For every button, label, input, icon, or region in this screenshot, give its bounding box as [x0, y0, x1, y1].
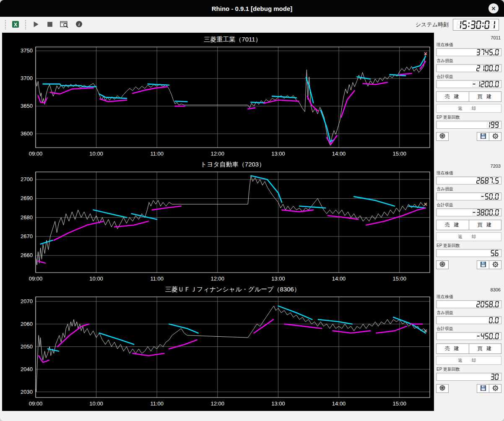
svg-text:14:00: 14:00 — [332, 275, 346, 282]
svg-text:2700: 2700 — [21, 176, 33, 182]
sell-open-button[interactable]: 売 建 — [436, 343, 469, 354]
excel-icon: X — [12, 21, 19, 29]
svg-text:15:00: 15:00 — [392, 400, 406, 407]
svg-text:12:00: 12:00 — [211, 400, 225, 407]
svg-text:2040: 2040 — [21, 366, 33, 372]
total-profit-value — [472, 81, 499, 87]
svg-text:2660: 2660 — [21, 252, 33, 258]
svg-text:2680: 2680 — [21, 214, 33, 221]
svg-text:3750: 3750 — [21, 47, 33, 54]
current-price-label: 現在株価 — [436, 170, 501, 176]
svg-text:12:00: 12:00 — [211, 275, 225, 282]
svg-text:3700: 3700 — [21, 75, 33, 81]
window-search-icon — [60, 21, 69, 29]
info-button[interactable]: i — [75, 20, 83, 30]
save-button[interactable] — [477, 132, 489, 141]
return-position-button[interactable]: 返 却 — [436, 356, 501, 365]
chart-title: 三菱ＵＦＪフィナンシャル・グループ（8306） — [2, 283, 434, 294]
current-price-label: 現在株価 — [436, 42, 501, 48]
svg-text:3600: 3600 — [21, 130, 33, 137]
stock-code: 7011 — [436, 35, 501, 40]
return-position-button[interactable]: 返 却 — [436, 232, 501, 241]
unrealized-pl-label: 含み損益 — [436, 310, 501, 316]
svg-text:10:00: 10:00 — [89, 275, 103, 282]
unrealized-pl-value — [476, 65, 499, 71]
wheel-icon — [439, 133, 446, 140]
buy-open-button[interactable]: 買 建 — [469, 91, 502, 102]
panel-tool-row — [436, 132, 501, 141]
stock-panel-7203: 7203 現在株価 含み損益 合計収益 売 建 買 建 返 却 EP 更新回数 — [436, 164, 501, 269]
svg-text:10:00: 10:00 — [89, 151, 103, 157]
unrealized-pl-value — [480, 193, 499, 200]
svg-text:13:00: 13:00 — [271, 275, 285, 282]
system-clock-display — [453, 19, 499, 31]
play-button[interactable] — [31, 20, 40, 30]
total-profit-display — [436, 332, 501, 340]
total-profit-display — [436, 80, 501, 88]
app-window: Rhino - 0.9.1 [debug mode] ✕ X i システム時刻 — [0, 0, 504, 421]
save-button[interactable] — [477, 260, 489, 269]
ep-update-count-label: EP 更新回数 — [436, 243, 501, 249]
current-price-display — [436, 48, 501, 56]
price-chart-8306: 2070206020502040203009:0010:0011:0012:00… — [2, 294, 434, 408]
svg-text:12:00: 12:00 — [211, 151, 225, 157]
total-profit-value — [476, 333, 499, 339]
settings-button[interactable] — [489, 260, 501, 269]
buy-open-button[interactable]: 買 建 — [469, 220, 502, 230]
ep-update-count-value — [486, 122, 499, 128]
svg-text:14:00: 14:00 — [332, 151, 346, 157]
titlebar[interactable]: Rhino - 0.9.1 [debug mode] ✕ — [0, 0, 504, 17]
wheel-button[interactable] — [436, 260, 449, 269]
svg-text:09:00: 09:00 — [29, 275, 43, 282]
floppy-icon — [480, 385, 486, 392]
ep-update-count-display — [436, 373, 501, 381]
close-icon: ✕ — [491, 5, 496, 12]
total-profit-label: 合計収益 — [436, 74, 501, 80]
toolbar: X i システム時刻 — [0, 17, 504, 33]
sell-open-button[interactable]: 売 建 — [436, 91, 469, 102]
svg-text:14:00: 14:00 — [332, 400, 346, 407]
ep-update-count-value — [490, 374, 499, 380]
close-button[interactable]: ✕ — [488, 3, 499, 13]
toolbar-grip-handle[interactable] — [5, 20, 6, 29]
return-position-button[interactable]: 返 却 — [436, 104, 501, 113]
stock-code: 7203 — [436, 164, 501, 169]
svg-text:2050: 2050 — [21, 343, 33, 350]
wheel-button[interactable] — [436, 132, 449, 141]
svg-text:×: × — [424, 50, 427, 57]
chart-block-8306: 三菱ＵＦＪフィナンシャル・グループ（8306） 2070206020502040… — [2, 283, 434, 408]
svg-text:×: × — [424, 201, 427, 208]
stop-button[interactable] — [45, 20, 54, 30]
settings-button[interactable] — [489, 132, 501, 141]
toolbar-grip-handle[interactable] — [25, 20, 26, 29]
sell-open-button[interactable]: 売 建 — [436, 220, 469, 230]
gear-icon — [492, 385, 499, 392]
bottom-strip — [0, 411, 504, 421]
ep-update-count-display — [436, 121, 501, 129]
unrealized-pl-label: 含み損益 — [436, 186, 501, 192]
floppy-icon — [480, 261, 486, 269]
total-profit-label: 合計収益 — [436, 326, 501, 332]
gear-icon — [492, 261, 499, 269]
unrealized-pl-display — [436, 316, 501, 324]
total-profit-display — [436, 208, 501, 216]
buy-open-button[interactable]: 買 建 — [469, 343, 502, 354]
save-button[interactable] — [477, 384, 489, 393]
current-price-value — [476, 49, 499, 55]
unrealized-pl-display — [436, 64, 501, 72]
ep-update-count-display — [436, 249, 501, 257]
svg-text:X: X — [14, 21, 17, 27]
window-search-button[interactable] — [59, 20, 70, 30]
current-price-display — [436, 177, 501, 185]
current-price-value — [476, 301, 499, 307]
window-title: Rhino - 0.9.1 [debug mode] — [212, 5, 293, 12]
wheel-icon — [439, 385, 446, 392]
trade-buttons: 売 建 買 建 — [436, 91, 501, 102]
excel-export-button[interactable]: X — [11, 20, 20, 30]
total-profit-label: 合計収益 — [436, 202, 501, 208]
current-price-display — [436, 300, 501, 308]
wheel-button[interactable] — [436, 384, 449, 393]
settings-button[interactable] — [489, 384, 501, 393]
system-clock-value — [456, 21, 496, 29]
svg-text:2670: 2670 — [21, 233, 33, 239]
